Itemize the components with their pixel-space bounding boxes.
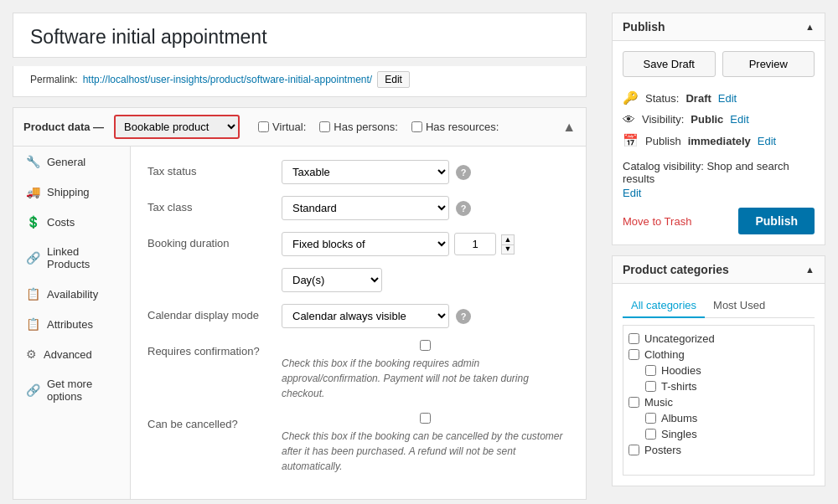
- right-sidebar: Publish ▲ Save Draft Preview 🔑 Status: D…: [599, 0, 838, 504]
- requires-confirmation-checkbox[interactable]: [420, 340, 431, 351]
- spinner-down-button[interactable]: ▼: [501, 244, 515, 255]
- publish-time-row: 📅 Publish immediately Edit: [623, 130, 815, 152]
- has-resources-label[interactable]: Has resources:: [411, 121, 499, 133]
- tab-attributes-label: Attributes: [47, 318, 93, 331]
- requires-confirmation-desc: Check this box if the booking requires a…: [282, 356, 569, 401]
- cat-singles-checkbox[interactable]: [645, 429, 656, 440]
- list-item: Music: [628, 394, 809, 410]
- booking-duration-label: Booking duration: [147, 232, 282, 249]
- publish-meta: 🔑 Status: Draft Edit 👁 Visibility: Publi…: [623, 87, 815, 152]
- can-cancel-desc: Check this box if the booking can be can…: [282, 429, 569, 474]
- cat-clothing-checkbox[interactable]: [628, 349, 639, 360]
- availability-icon: 📋: [26, 287, 40, 301]
- shipping-icon: 🚚: [26, 185, 40, 198]
- cat-uncategorized-label: Uncategorized: [644, 332, 715, 345]
- tab-advanced-label: Advanced: [44, 348, 92, 361]
- requires-confirmation-label: Requires confirmation?: [147, 340, 282, 357]
- visibility-edit-link[interactable]: Edit: [730, 113, 748, 126]
- booking-duration-value-input[interactable]: [454, 233, 496, 255]
- permalink-link[interactable]: http://localhost/user-insights/product/s…: [83, 74, 373, 85]
- virtual-checkbox[interactable]: [258, 121, 269, 132]
- spinner-buttons: ▲ ▼: [501, 234, 515, 255]
- calendar-display-select[interactable]: Calendar always visible Always use date …: [282, 304, 449, 328]
- tax-class-row: Tax class Standard Reduced rate Zero rat…: [147, 196, 569, 220]
- tax-class-field: Standard Reduced rate Zero rate ?: [282, 196, 569, 220]
- tab-general[interactable]: 🔧 General: [13, 147, 130, 177]
- tax-class-label: Tax class: [147, 196, 282, 213]
- link-icon: 🔗: [26, 251, 40, 265]
- booking-duration-type-select[interactable]: Fixed blocks of Customer defined blocks …: [282, 232, 449, 256]
- catalog-edit-link[interactable]: Edit: [623, 187, 815, 199]
- save-draft-button[interactable]: Save Draft: [623, 51, 716, 77]
- tab-availability[interactable]: 📋 Availability: [13, 279, 130, 309]
- move-to-trash-link[interactable]: Move to Trash: [623, 215, 691, 228]
- permalink-edit-button[interactable]: Edit: [377, 71, 410, 88]
- booking-duration-unit-select[interactable]: Day(s) Hour(s) Minute(s): [282, 268, 382, 292]
- tab-linked-products[interactable]: 🔗 Linked Products: [13, 237, 130, 279]
- virtual-label[interactable]: Virtual:: [258, 121, 306, 133]
- categories-box: Product categories ▲ All categories Most…: [612, 255, 825, 486]
- tab-attributes[interactable]: 📋 Attributes: [13, 309, 130, 339]
- list-item: Clothing: [628, 347, 809, 363]
- tab-shipping[interactable]: 🚚 Shipping: [13, 177, 130, 207]
- publish-collapse-icon[interactable]: ▲: [805, 22, 815, 32]
- product-tabs: 🔧 General 🚚 Shipping 💲 Costs 🔗 Linked Pr…: [13, 147, 131, 499]
- tax-status-label: Tax status: [147, 160, 282, 177]
- categories-title: Product categories: [623, 263, 729, 276]
- has-resources-text: Has resources:: [426, 121, 499, 133]
- cat-hoodies-checkbox[interactable]: [645, 365, 656, 376]
- calendar-help-icon[interactable]: ?: [456, 309, 471, 324]
- tab-getmore-label: Get more options: [47, 378, 120, 403]
- list-item: Uncategorized: [628, 331, 809, 347]
- tab-most-used[interactable]: Most Used: [705, 294, 773, 317]
- has-persons-label[interactable]: Has persons:: [319, 121, 398, 133]
- list-item: Posters: [628, 442, 809, 458]
- cat-albums-label: Albums: [661, 412, 697, 424]
- cat-albums-checkbox[interactable]: [645, 413, 656, 424]
- permalink-bar: Permalink: http://localhost/user-insight…: [13, 66, 587, 97]
- product-type-select[interactable]: Bookable product Simple product Variable…: [114, 115, 240, 139]
- can-cancel-checkbox[interactable]: [420, 413, 431, 424]
- status-edit-link[interactable]: Edit: [718, 92, 737, 105]
- category-list[interactable]: Uncategorized Clothing Hoodies T-shirts: [623, 325, 815, 476]
- requires-confirmation-row: Requires confirmation? Check this box if…: [147, 340, 569, 401]
- cat-uncategorized-checkbox[interactable]: [628, 333, 639, 344]
- spinner-up-button[interactable]: ▲: [501, 234, 515, 244]
- product-data-container: Product data — Bookable product Simple p…: [13, 107, 587, 500]
- tab-advanced[interactable]: ⚙ Advanced: [13, 339, 130, 369]
- visibility-label: Visibility:: [642, 113, 684, 126]
- collapse-icon[interactable]: ▲: [562, 120, 576, 135]
- status-icon: 🔑: [623, 90, 639, 105]
- permalink-label: Permalink:: [30, 74, 78, 85]
- virtual-text: Virtual:: [272, 121, 306, 133]
- publish-immediately: immediately: [688, 135, 751, 147]
- publish-button[interactable]: Publish: [738, 208, 815, 234]
- tax-status-select[interactable]: Taxable Shipping only None: [282, 160, 449, 184]
- tab-get-more-options[interactable]: 🔗 Get more options: [13, 369, 130, 411]
- cat-posters-checkbox[interactable]: [628, 445, 639, 455]
- cat-tshirts-checkbox[interactable]: [645, 381, 656, 392]
- tax-status-field: Taxable Shipping only None ?: [282, 160, 569, 184]
- can-cancel-label: Can be cancelled?: [147, 413, 282, 430]
- cat-music-label: Music: [644, 396, 673, 409]
- getmore-icon: 🔗: [26, 383, 40, 397]
- can-cancel-check-wrapper: [420, 413, 431, 424]
- tax-status-help-icon[interactable]: ?: [456, 165, 471, 180]
- cat-music-checkbox[interactable]: [628, 397, 639, 408]
- preview-button[interactable]: Preview: [722, 51, 815, 77]
- tax-class-help-icon[interactable]: ?: [456, 201, 471, 216]
- header-options: Virtual: Has persons: Has resources:: [258, 121, 499, 133]
- tab-costs[interactable]: 💲 Costs: [13, 207, 130, 237]
- wrench-icon: 🔧: [26, 155, 40, 168]
- tax-status-row: Tax status Taxable Shipping only None ?: [147, 160, 569, 184]
- has-persons-checkbox[interactable]: [319, 121, 330, 132]
- publish-footer: Move to Trash Publish: [623, 208, 815, 234]
- publish-time-edit-link[interactable]: Edit: [758, 135, 776, 147]
- cat-singles-label: Singles: [661, 428, 697, 440]
- has-resources-checkbox[interactable]: [411, 121, 422, 132]
- tab-all-categories[interactable]: All categories: [623, 294, 705, 318]
- tax-class-select[interactable]: Standard Reduced rate Zero rate: [282, 196, 449, 220]
- categories-collapse-icon[interactable]: ▲: [805, 265, 815, 275]
- publish-time-label: Publish: [645, 135, 681, 147]
- attributes-icon: 📋: [26, 317, 40, 331]
